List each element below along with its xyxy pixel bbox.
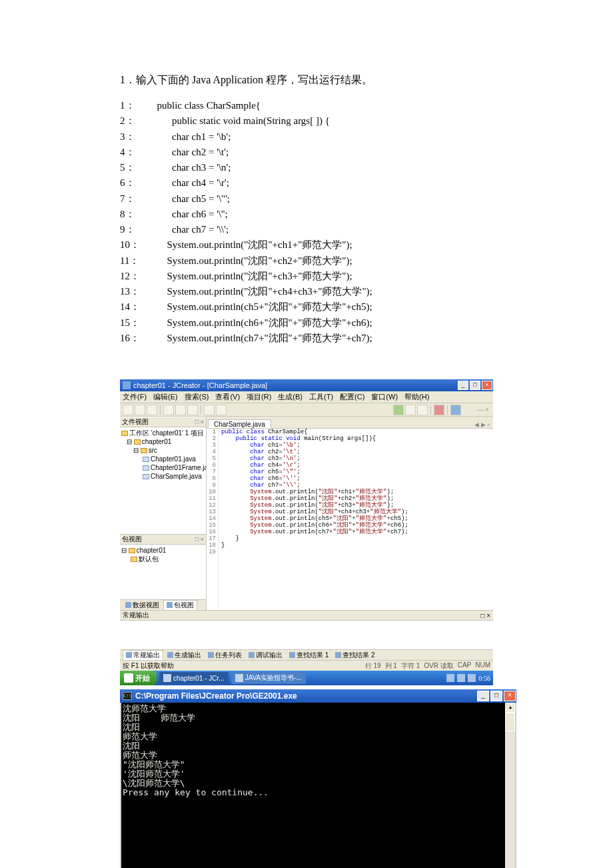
tool-paste-icon[interactable]: [187, 405, 198, 415]
console-titlebar[interactable]: C:\ C:\Program Files\JCreator Pro\GE2001…: [120, 689, 516, 703]
code-line: 16： System.out.println(ch7+"沈阳"+"师范大学"+c…: [120, 331, 493, 346]
output-tab[interactable]: 查找结果 1: [287, 651, 331, 660]
output-tab[interactable]: 生成输出: [165, 651, 204, 660]
tab-icon: [335, 652, 341, 658]
menu-item[interactable]: 项目(R): [247, 392, 271, 402]
code-editor[interactable]: 12345678910111213141516171819 public cla…: [207, 429, 493, 610]
system-tray[interactable]: 0:56: [446, 674, 493, 682]
status-text: 按 F1 以获取帮助: [123, 661, 174, 671]
line-gutter: 12345678910111213141516171819: [207, 429, 219, 610]
editor-tab-active[interactable]: CharSample.java: [208, 419, 271, 428]
clock: 0:56: [478, 675, 490, 682]
maximize-button[interactable]: □: [490, 691, 502, 701]
workspace-node[interactable]: 工作区 'chapter01' 1 项目: [121, 429, 205, 437]
console-window: C:\ C:\Program Files\JCreator Pro\GE2001…: [120, 689, 516, 868]
menu-item[interactable]: 配置(C): [340, 392, 364, 402]
tray-icon[interactable]: [446, 674, 454, 682]
tool-open-icon[interactable]: [135, 405, 145, 415]
file-panel-head: 文件视图 □ ×: [120, 417, 206, 427]
tool-debug-icon[interactable]: [417, 405, 428, 415]
tool-new-icon[interactable]: [123, 405, 133, 415]
tab-icon: [208, 652, 214, 658]
exercise-heading: 1．输入下面的 Java Application 程序，写出运行结果。: [120, 73, 493, 87]
left-sidebar: 文件视图 □ × 工作区 'chapter01' 1 项目 ⊟ chapter0…: [120, 417, 207, 610]
menu-item[interactable]: 工具(T): [309, 392, 333, 402]
cmd-icon: C:\: [123, 692, 132, 700]
default-pkg-node[interactable]: 默认包: [121, 555, 205, 563]
package-tree[interactable]: ⊟ chapter01 默认包: [120, 545, 206, 599]
scroll-up-icon[interactable]: ▴: [505, 703, 515, 713]
tray-icon[interactable]: [457, 674, 465, 682]
menu-item[interactable]: 编辑(E): [153, 392, 178, 402]
toolbar-separator: [430, 405, 431, 415]
panel-controls[interactable]: □ ×: [195, 536, 204, 543]
menu-item[interactable]: 窗口(W): [371, 392, 398, 402]
ide-title-text: chapter01 - JCreator - [CharSample.java]: [133, 381, 267, 389]
menu-item[interactable]: 文件(F): [123, 392, 147, 402]
taskbar-item-jcreator[interactable]: chapter01 - JCr...: [159, 672, 229, 684]
tool-run-icon[interactable]: [393, 405, 404, 415]
project-node[interactable]: ⊟ chapter01: [121, 437, 205, 446]
tab-controls[interactable]: ◀ ▶ ×: [474, 421, 493, 428]
file-node[interactable]: Chapter01.java: [121, 455, 205, 463]
menu-item[interactable]: 查看(V): [215, 392, 240, 402]
scroll-track[interactable]: [505, 731, 515, 868]
taskbar: 开始 chapter01 - JCr... JAVA实验指导书-... 0:56: [120, 671, 493, 685]
tool-help-icon[interactable]: [450, 405, 461, 415]
menu-item[interactable]: 生成(B): [278, 392, 303, 402]
code-line: 8： char ch6 = '\'';: [120, 207, 493, 222]
panel-controls[interactable]: □ ×: [195, 419, 204, 425]
toolbar: — ×: [120, 403, 493, 417]
tool-copy-icon[interactable]: [175, 405, 186, 415]
output-tab[interactable]: 查找结果 2: [332, 651, 377, 660]
tab-icon: [167, 652, 173, 658]
panel-controls[interactable]: □ ×: [480, 612, 490, 619]
menu-item[interactable]: 帮助(H): [404, 392, 429, 402]
ide-titlebar[interactable]: chapter01 - JCreator - [CharSample.java]…: [120, 379, 493, 391]
minimize-button[interactable]: _: [458, 381, 468, 390]
tool-cut-icon[interactable]: [163, 405, 174, 415]
menu-bar: 文件(F)编辑(E)搜索(S)查看(V)项目(R)生成(B)工具(T)配置(C)…: [120, 391, 493, 403]
output-tab[interactable]: 调试输出: [246, 651, 285, 660]
pkg-project-node[interactable]: ⊟ chapter01: [121, 546, 205, 555]
app-icon: [163, 674, 171, 682]
file-node[interactable]: CharSample.java: [121, 472, 205, 481]
tool-undo-icon[interactable]: [204, 405, 215, 415]
start-button[interactable]: 开始: [120, 671, 157, 685]
vertical-scrollbar[interactable]: ▴ ▾: [505, 703, 515, 868]
output-body[interactable]: [120, 621, 493, 650]
editor-body[interactable]: public class CharSample{ public static v…: [219, 429, 493, 610]
code-line: 10： System.out.println("沈阳"+ch1+"师范大学");: [120, 237, 493, 253]
data-view-tab[interactable]: 数据视图: [123, 601, 162, 610]
file-tree[interactable]: 工作区 'chapter01' 1 项目 ⊟ chapter01 ⊟ src C…: [120, 427, 206, 534]
minimize-button[interactable]: _: [477, 691, 489, 701]
status-right: 行 19列 1字符 1OVR 读取CAPNUM: [365, 661, 493, 671]
tool-stop-icon[interactable]: [434, 405, 444, 415]
file-node[interactable]: Chapter01Frame.java: [121, 463, 205, 472]
output-tab[interactable]: 任务列表: [205, 651, 245, 660]
maximize-button[interactable]: □: [470, 381, 480, 390]
code-line: 1： public class CharSample{: [120, 98, 493, 113]
tab-icon: [126, 652, 132, 658]
tab-icon: [249, 652, 255, 658]
code-line: 6： char ch4 = '\r';: [120, 175, 493, 191]
tray-icon[interactable]: [468, 674, 476, 682]
close-button[interactable]: ×: [504, 691, 516, 701]
toolbar-separator: [160, 405, 161, 415]
close-button[interactable]: ×: [482, 381, 492, 390]
output-header: 常规输出 □ ×: [120, 610, 493, 621]
scroll-thumb[interactable]: [505, 713, 515, 731]
taskbar-item-word[interactable]: JAVA实验指导书-...: [231, 672, 306, 684]
src-folder[interactable]: ⊟ src: [121, 446, 205, 455]
tool-build-icon[interactable]: [405, 405, 416, 415]
tool-save-icon[interactable]: [147, 405, 157, 415]
console-body[interactable]: 沈师范大学 沈阳 师范大学 沈阳 师范大学 沈阳 师范大学 "沈阳师范大学" '…: [120, 703, 516, 868]
code-line: 13： System.out.println("沈阳"+ch4+ch3+"师范大…: [120, 284, 493, 299]
menu-item[interactable]: 搜索(S): [185, 392, 209, 402]
pkg-view-tab[interactable]: 包视图: [163, 600, 197, 611]
tool-redo-icon[interactable]: [216, 405, 227, 415]
code-listing: 1： public class CharSample{2： public sta…: [120, 98, 493, 346]
output-tab[interactable]: 常规输出: [123, 650, 163, 661]
code-line: 7： char ch5 = '\"';: [120, 191, 493, 207]
code-line: 14： System.out.println(ch5+"沈阳"+"师范大学"+c…: [120, 299, 493, 315]
